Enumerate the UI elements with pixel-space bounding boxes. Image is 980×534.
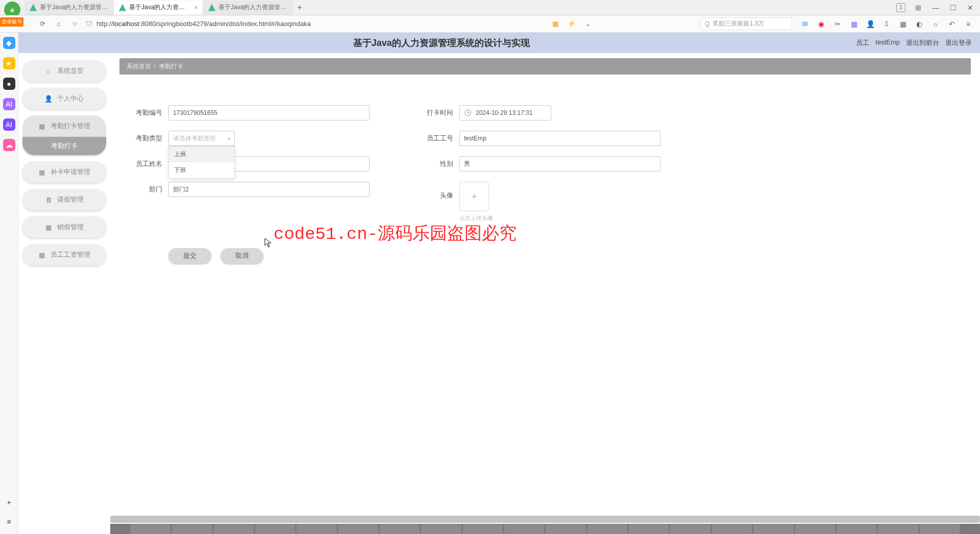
- url-box[interactable]: 🛡 http://localhost:8080/springbootb4279/…: [86, 20, 443, 28]
- weibo-icon[interactable]: ◉: [817, 19, 826, 29]
- app-body: ⌂ 系统首页 👤 个人中心 ▦ 考勤打卡管理 考勤打卡 ▦ 补卡申请管理: [18, 53, 980, 534]
- avatar-upload[interactable]: +: [459, 182, 489, 211]
- taskbar-slot[interactable]: [629, 524, 669, 534]
- page-title: 基于Java的人力资源管理系统的设计与实现: [27, 37, 856, 49]
- taskbar-slot[interactable]: [338, 524, 378, 534]
- url-text: http://localhost:8080/springbootb4279/ad…: [96, 20, 311, 28]
- taskbar-slot[interactable]: [878, 524, 918, 534]
- form-col-right: 打卡时间 🕒 2024-10-29 13:17:31 员工工号 性别: [421, 105, 660, 263]
- search-icon: Q: [705, 20, 709, 28]
- taskbar-slot[interactable]: [421, 524, 461, 534]
- taskbar-slot[interactable]: [920, 524, 960, 534]
- gear-icon[interactable]: ☼: [931, 19, 940, 29]
- taskbar-slot[interactable]: [753, 524, 793, 534]
- taskbar-slot[interactable]: [463, 524, 503, 534]
- taskbar-slot[interactable]: [255, 524, 295, 534]
- taskbar-slot[interactable]: [297, 524, 336, 534]
- mail-icon[interactable]: ✉: [800, 19, 810, 29]
- maximize-icon[interactable]: ☐: [948, 3, 958, 12]
- nav-cancel-leave[interactable]: ▦ 销假管理: [22, 216, 106, 238]
- taskbar-slot[interactable]: [380, 524, 420, 534]
- input-number[interactable]: [168, 105, 370, 120]
- field-empid: 员工工号: [421, 131, 660, 146]
- taskbar-slot[interactable]: [712, 524, 752, 534]
- input-time[interactable]: 🕒 2024-10-29 13:17:31: [459, 105, 551, 120]
- nav-leave[interactable]: 🗑 请假管理: [22, 189, 106, 210]
- favorite-button[interactable]: ☆: [69, 18, 81, 30]
- new-tab-button[interactable]: +: [292, 3, 307, 12]
- qr-icon[interactable]: ▦: [550, 18, 561, 30]
- search-box[interactable]: Q 奖励三孩家庭1.3万: [700, 17, 792, 30]
- field-avatar: 头像 + 点击上传头像: [421, 182, 660, 222]
- vue-icon: [119, 4, 126, 11]
- select-type[interactable]: 请选择考勤类型 ▾: [168, 131, 235, 146]
- link-front[interactable]: 退出到前台: [906, 38, 939, 47]
- tab-1[interactable]: 基于Java的人力资源管理系统的 ×: [114, 1, 203, 15]
- nav-profile[interactable]: 👤 个人中心: [22, 88, 106, 109]
- taskbar-slot[interactable]: [546, 524, 585, 534]
- label-number: 考勤编号: [130, 108, 162, 117]
- reader-icon[interactable]: 1: [896, 3, 905, 12]
- page: 基于Java的人力资源管理系统的设计与实现 员工 testEmp 退出到前台 退…: [18, 33, 980, 534]
- minimize-icon[interactable]: —: [931, 3, 940, 12]
- scissors-icon[interactable]: ✂: [833, 19, 842, 29]
- reload-button[interactable]: ⟳: [37, 18, 48, 30]
- nav-home[interactable]: ⌂ 系统首页: [22, 60, 106, 82]
- submit-button[interactable]: 提交: [168, 248, 211, 263]
- time-value: 2024-10-29 13:17:31: [476, 109, 532, 116]
- side-icon-1[interactable]: ◆: [3, 37, 15, 49]
- side-add-icon[interactable]: +: [3, 496, 15, 508]
- label-dept: 部门: [130, 185, 162, 194]
- window-close-icon[interactable]: ✕: [966, 3, 975, 12]
- bolt-icon[interactable]: ⚡: [566, 18, 577, 30]
- side-menu-icon[interactable]: ≡: [3, 516, 15, 528]
- side-icon-4[interactable]: AI: [3, 98, 15, 110]
- taskbar-slot[interactable]: [131, 524, 170, 534]
- taskbar-slot[interactable]: [172, 524, 212, 534]
- vue-icon: [208, 4, 215, 11]
- nav-attendance-mgmt[interactable]: ▦ 考勤打卡管理: [22, 115, 106, 137]
- nav-label: 个人中心: [57, 94, 84, 103]
- breadcrumb-root[interactable]: 系统首页: [127, 62, 151, 71]
- form-col-left: 考勤编号 考勤类型 请选择考勤类型 ▾ 上班 下班: [130, 105, 370, 263]
- dropdown-option-onduty[interactable]: 上班: [169, 147, 234, 162]
- taskbar-slot[interactable]: [795, 524, 835, 534]
- taskbar-slot[interactable]: [587, 524, 627, 534]
- user-icon[interactable]: 👤: [866, 19, 875, 29]
- input-gender[interactable]: [459, 156, 660, 172]
- scrollbar-horizontal[interactable]: [110, 516, 980, 523]
- cancel-button[interactable]: 取消: [220, 248, 263, 263]
- taskbar-slot[interactable]: [670, 524, 710, 534]
- nav-salary[interactable]: ▦ 员工工资管理: [22, 244, 106, 265]
- nav-label: 补卡申请管理: [51, 167, 90, 177]
- nav-label: 考勤打卡管理: [51, 122, 90, 131]
- dropdown-option-offduty[interactable]: 下班: [169, 162, 234, 178]
- taskbar-slot[interactable]: [214, 524, 254, 534]
- taskbar-slot[interactable]: [837, 524, 876, 534]
- taskbar-slot[interactable]: [504, 524, 544, 534]
- nav-label: 销假管理: [57, 223, 84, 232]
- select-placeholder: 请选择考勤类型: [173, 134, 216, 143]
- tab-2[interactable]: 基于Java的人力资源管理系统的: [203, 1, 292, 15]
- nav-makeup[interactable]: ▦ 补卡申请管理: [22, 161, 106, 183]
- side-icon-2[interactable]: ★: [3, 57, 15, 69]
- side-icon-3[interactable]: ●: [3, 78, 15, 90]
- link-logout[interactable]: 退出登录: [945, 38, 972, 47]
- side-icon-5[interactable]: AI: [3, 118, 15, 131]
- undo-icon[interactable]: ↶: [947, 19, 957, 29]
- input-empid[interactable]: [459, 131, 660, 146]
- chevron-down-icon[interactable]: ⌄: [582, 18, 594, 30]
- grid-icon: ▦: [38, 251, 45, 258]
- tab-0[interactable]: 基于Java的人力资源管理系统的: [24, 1, 114, 15]
- close-icon[interactable]: ×: [194, 4, 198, 11]
- side-icon-6[interactable]: ☁: [3, 139, 15, 151]
- input-dept[interactable]: [168, 182, 370, 197]
- extensions-icon[interactable]: ⊞: [914, 3, 923, 12]
- menu-icon[interactable]: ≡: [964, 19, 973, 29]
- circle-icon[interactable]: ◐: [915, 19, 924, 29]
- nav-attendance-checkin[interactable]: 考勤打卡: [22, 137, 106, 155]
- home-button[interactable]: ⌂: [53, 18, 64, 30]
- download-icon[interactable]: ⇩: [882, 19, 891, 29]
- grid-icon[interactable]: ▦: [849, 19, 859, 29]
- apps-icon[interactable]: ▦: [898, 19, 908, 29]
